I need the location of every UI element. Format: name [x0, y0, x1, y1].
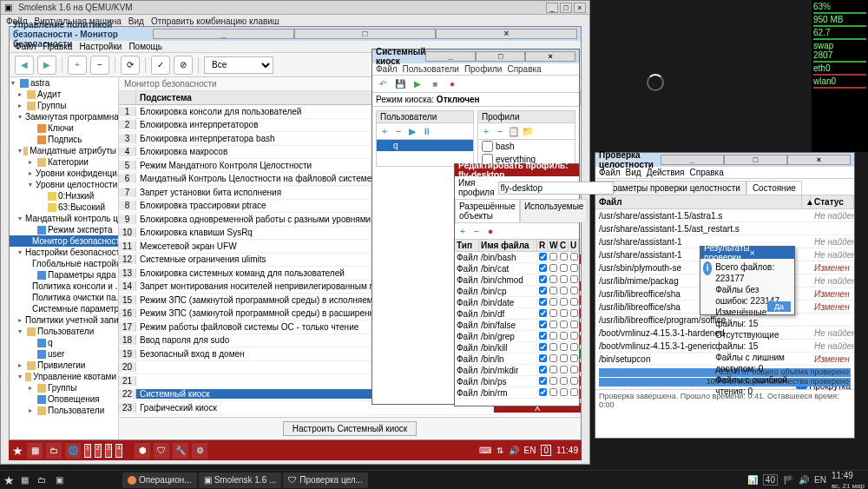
- menu-file[interactable]: Файл: [376, 64, 398, 74]
- terminal-icon[interactable]: ▣: [51, 472, 67, 488]
- start-menu-icon[interactable]: ★: [3, 473, 15, 487]
- minimize-button[interactable]: _: [661, 155, 724, 165]
- tree-item[interactable]: ▸Привилегии: [10, 360, 118, 371]
- add-icon[interactable]: +: [378, 125, 391, 137]
- table-row[interactable]: Файл/bin/ln: [455, 354, 579, 365]
- tree-item[interactable]: Оповещения: [10, 393, 118, 405]
- tree-item[interactable]: ▸Пользователи: [10, 405, 118, 416]
- tree-item[interactable]: Подпись: [10, 134, 118, 145]
- tree-item[interactable]: Режим эксперта: [10, 224, 118, 235]
- tray-icon[interactable]: ⬢: [135, 443, 150, 459]
- table-row[interactable]: Файл/bin/date: [455, 297, 579, 308]
- table-row[interactable]: Файл/bin/kill: [455, 342, 579, 354]
- menu-help[interactable]: Справка: [507, 64, 541, 74]
- tree-item[interactable]: ▾Уровни целостности: [10, 179, 118, 190]
- tree-item[interactable]: Ключи: [10, 122, 118, 134]
- tree-item[interactable]: ▸Категории: [10, 156, 118, 168]
- remove-icon[interactable]: −: [392, 125, 404, 137]
- browser-icon[interactable]: 🌐: [65, 443, 81, 459]
- table-row[interactable]: Файл/bin/rm: [455, 387, 579, 399]
- clock[interactable]: 11:49вс, 21 мар: [832, 471, 865, 490]
- remove-icon[interactable]: −: [470, 225, 483, 237]
- taskbar-task[interactable]: ▣Smolensk 1.6 ...: [199, 472, 282, 488]
- menu-file[interactable]: Файл: [599, 168, 621, 177]
- add-icon[interactable]: +: [457, 225, 469, 237]
- copy-icon[interactable]: 📋: [508, 125, 520, 137]
- menu-profiles[interactable]: Профили: [464, 64, 503, 74]
- remove-button[interactable]: −: [90, 56, 109, 75]
- add-icon[interactable]: +: [480, 125, 492, 137]
- stop-icon[interactable]: ■: [428, 77, 442, 91]
- record-icon[interactable]: ●: [484, 225, 496, 237]
- kiosk-titlebar[interactable]: Системный киоск _ □ ×: [372, 50, 579, 63]
- tree-item[interactable]: ▸Аудит: [10, 89, 118, 100]
- maximize-button[interactable]: □: [476, 51, 526, 62]
- workspace-1[interactable]: 1: [84, 444, 91, 458]
- tree-item[interactable]: Параметры ядра: [10, 269, 118, 281]
- tree-item[interactable]: ▸Политики учетной записи: [10, 314, 118, 326]
- filter-combo[interactable]: Все: [204, 56, 273, 74]
- undo-icon[interactable]: ↶: [376, 77, 390, 91]
- tray-volume-icon[interactable]: 🔊: [799, 475, 809, 485]
- user-item[interactable]: 👤 q: [377, 140, 473, 151]
- taskview-icon[interactable]: ▦: [27, 443, 43, 459]
- workspace-2[interactable]: 2: [95, 444, 102, 458]
- menu-edit[interactable]: Правка: [43, 42, 73, 51]
- secmon-tree[interactable]: ▾astra▸Аудит▸Группы▾Замкнутая программна…: [10, 77, 119, 439]
- close-button[interactable]: ×: [574, 3, 586, 13]
- tab-used[interactable]: Используемые: [520, 199, 589, 222]
- secmon-titlebar[interactable]: Управление политикой безопасности - Мони…: [10, 27, 581, 41]
- tree-item[interactable]: ▾Пользователи: [10, 326, 118, 337]
- workspace-3[interactable]: 3: [105, 444, 112, 458]
- ok-button[interactable]: Да: [767, 301, 791, 312]
- close-icon[interactable]: ×: [750, 248, 791, 258]
- taskview-icon[interactable]: ▦: [16, 472, 32, 488]
- back-button[interactable]: ◀: [15, 56, 34, 75]
- integ-titlebar[interactable]: Проверка целостности _ □ ×: [595, 153, 854, 167]
- shield-icon[interactable]: 🛡: [154, 443, 169, 459]
- menu-file[interactable]: Файл: [15, 42, 36, 51]
- minimize-button[interactable]: _: [153, 29, 294, 39]
- remove-icon[interactable]: −: [494, 125, 506, 137]
- menu-help[interactable]: Справка: [690, 168, 724, 177]
- tree-item[interactable]: ▸Уровни конфиденци...: [10, 168, 118, 179]
- tray-keyboard-icon[interactable]: ⌨: [479, 446, 491, 455]
- table-row[interactable]: Файл/bin/false: [455, 320, 579, 331]
- table-row[interactable]: Файл/bin/chmod: [455, 274, 579, 286]
- table-row[interactable]: /usr/share/assistant-1.5/astra1.sНе найд…: [595, 209, 854, 222]
- tree-item[interactable]: ▾Замкнутая программна...: [10, 111, 118, 122]
- clock[interactable]: 11:49: [556, 446, 578, 455]
- tree-item[interactable]: Глобальные настройк...: [10, 258, 118, 269]
- tree-item[interactable]: q: [10, 337, 118, 348]
- menu-settings[interactable]: Настройки: [79, 42, 122, 51]
- tab-allowed-objects[interactable]: Разрешённые объекты: [455, 199, 520, 222]
- save-icon[interactable]: 💾: [393, 77, 407, 91]
- maximize-button[interactable]: □: [294, 29, 436, 39]
- tree-item[interactable]: Политика очистки па...: [10, 292, 118, 303]
- pause-icon[interactable]: ⏸: [420, 125, 432, 137]
- tab-status[interactable]: Состояние: [746, 181, 802, 195]
- language-indicator[interactable]: EN: [524, 446, 536, 455]
- table-row[interactable]: /usr/share/assistant-1.5/ast_restart.s: [595, 222, 854, 235]
- maximize-button[interactable]: □: [724, 155, 787, 165]
- table-row[interactable]: Файл/bin/cat: [455, 263, 579, 274]
- tree-item[interactable]: Монитор безопасности: [10, 235, 118, 247]
- tree-item[interactable]: ▸Группы: [10, 382, 118, 393]
- start-menu-icon[interactable]: ★: [12, 444, 23, 458]
- cancel-button[interactable]: ⊘: [174, 56, 193, 75]
- close-button[interactable]: ×: [525, 51, 575, 62]
- tab-check-params[interactable]: Параметры проверки целостности: [595, 181, 746, 195]
- apply-button[interactable]: ✓: [151, 56, 170, 75]
- tree-item[interactable]: ▾Мандатные атрибуты: [10, 145, 118, 156]
- tree-item[interactable]: 63:Высокий: [10, 202, 118, 213]
- profile-name-input[interactable]: [498, 182, 614, 195]
- tree-item[interactable]: ▸Группы: [10, 100, 118, 111]
- tree-item[interactable]: user: [10, 348, 118, 360]
- tool-icon[interactable]: 🔧: [173, 443, 188, 459]
- tray-usb-icon[interactable]: 0: [541, 445, 551, 456]
- tree-item[interactable]: ▾astra: [10, 77, 118, 89]
- col-status[interactable]: Статус: [811, 195, 854, 208]
- tray-indicator-icon[interactable]: 📊: [747, 475, 758, 485]
- maximize-button[interactable]: □: [560, 3, 572, 13]
- profile-item[interactable]: bash: [478, 140, 575, 153]
